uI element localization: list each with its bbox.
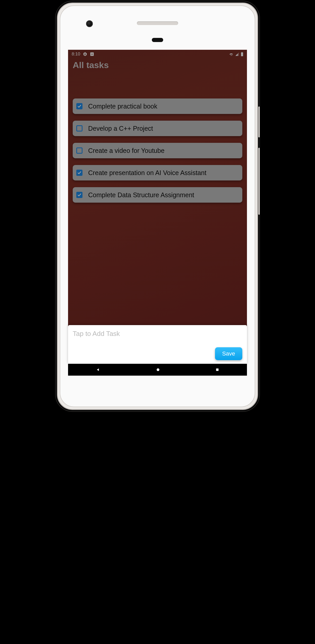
signal-icon xyxy=(235,52,239,56)
battery-icon xyxy=(241,52,243,56)
nav-recents-button[interactable] xyxy=(215,368,219,372)
page-title: All tasks xyxy=(73,60,242,70)
task-row-0[interactable]: Complete practical book xyxy=(73,98,242,114)
svg-text:A: A xyxy=(91,53,93,55)
status-time: 8:10 xyxy=(72,52,80,57)
task-label: Complete Data Structure Assignment xyxy=(88,191,194,199)
phone-frame: 8:10 A x xyxy=(57,3,258,410)
android-nav-bar xyxy=(68,364,247,376)
task-checkbox[interactable] xyxy=(76,170,82,176)
task-label: Create presentation on AI Voice Assistan… xyxy=(88,169,206,177)
add-task-sheet: Save xyxy=(68,325,247,364)
wifi-icon: x xyxy=(229,52,234,56)
phone-chin xyxy=(68,376,247,396)
power-button xyxy=(258,148,260,215)
nav-back-button[interactable] xyxy=(96,367,101,372)
task-label: Create a video for Youtube xyxy=(88,147,164,154)
svg-rect-5 xyxy=(242,52,242,53)
page-header: All tasks xyxy=(68,59,247,70)
task-label: Develop a C++ Project xyxy=(88,125,153,132)
svg-rect-7 xyxy=(216,368,219,371)
task-row-2[interactable]: Create a video for Youtube xyxy=(73,143,242,158)
svg-rect-4 xyxy=(241,53,243,56)
status-bar-right: x xyxy=(229,52,243,56)
front-camera xyxy=(86,20,93,27)
svg-point-6 xyxy=(157,368,160,371)
square-a-icon: A xyxy=(90,52,94,56)
task-checkbox[interactable] xyxy=(76,192,82,198)
speaker-grill xyxy=(137,21,178,25)
gear-icon xyxy=(83,52,87,56)
task-checkbox[interactable] xyxy=(76,103,82,109)
phone-frame-inner: 8:10 A x xyxy=(60,5,255,407)
task-label: Complete practical book xyxy=(88,103,157,110)
status-bar: 8:10 A x xyxy=(68,50,247,59)
add-task-input[interactable] xyxy=(73,330,242,338)
volume-button xyxy=(258,106,260,137)
device-screen: 8:10 A x xyxy=(68,50,247,376)
save-button[interactable]: Save xyxy=(215,347,242,360)
task-row-3[interactable]: Create presentation on AI Voice Assistan… xyxy=(73,165,242,180)
sensor-pill xyxy=(152,38,163,42)
status-bar-left: 8:10 A xyxy=(72,52,94,57)
task-row-1[interactable]: Develop a C++ Project xyxy=(73,121,242,136)
nav-home-button[interactable] xyxy=(156,367,160,372)
task-row-4[interactable]: Complete Data Structure Assignment xyxy=(73,187,242,203)
sheet-actions: Save xyxy=(73,347,242,360)
task-checkbox[interactable] xyxy=(76,125,82,131)
task-checkbox[interactable] xyxy=(76,147,82,154)
